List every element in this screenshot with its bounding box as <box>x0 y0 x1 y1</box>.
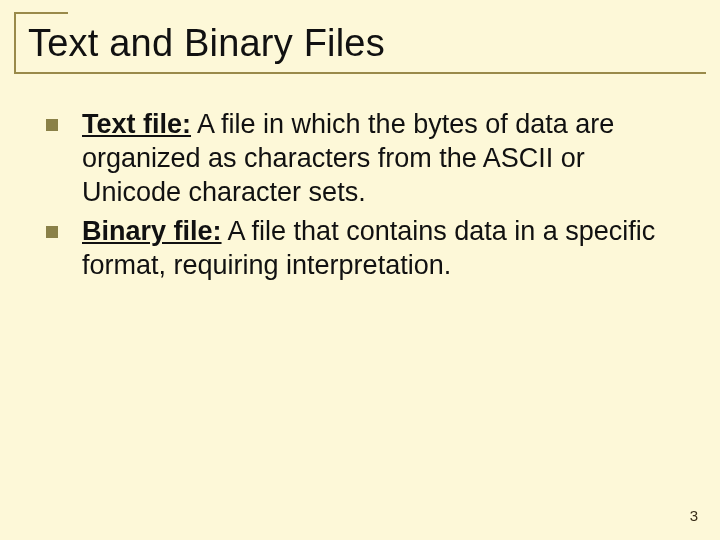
slide-title: Text and Binary Files <box>28 22 385 65</box>
slide: Text and Binary Files Text file: A file … <box>0 0 720 540</box>
square-bullet-icon <box>46 119 58 131</box>
bullet-term: Binary file: <box>82 216 222 246</box>
bullet-term: Text file: <box>82 109 191 139</box>
bullet-text: Binary file: A file that contains data i… <box>82 215 672 283</box>
bullet-text: Text file: A file in which the bytes of … <box>82 108 672 209</box>
title-rule-left <box>14 12 16 72</box>
square-bullet-icon <box>46 226 58 238</box>
title-rule-bottom <box>14 72 706 74</box>
page-number: 3 <box>690 507 698 524</box>
slide-body: Text file: A file in which the bytes of … <box>42 108 672 289</box>
title-rule-top <box>14 12 68 14</box>
bullet-item: Text file: A file in which the bytes of … <box>42 108 672 209</box>
bullet-item: Binary file: A file that contains data i… <box>42 215 672 283</box>
